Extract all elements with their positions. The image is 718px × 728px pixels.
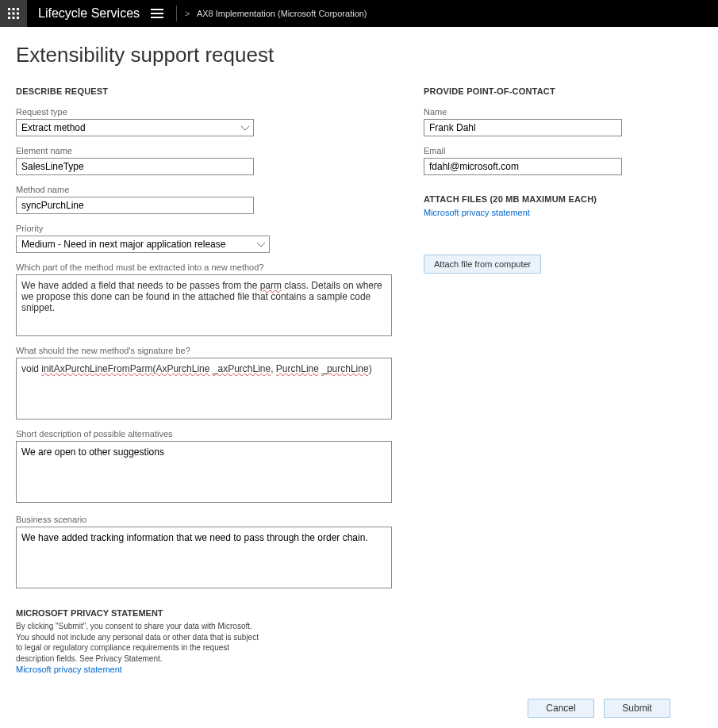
submit-button[interactable]: Submit (604, 699, 670, 718)
extract-desc-label: Which part of the method must be extract… (16, 262, 392, 272)
svg-rect-8 (17, 17, 19, 19)
request-type-label: Request type (16, 107, 392, 117)
privacy-link[interactable]: Microsoft privacy statement (16, 665, 122, 674)
signature-label: What should the new method's signature b… (16, 346, 392, 355)
svg-rect-0 (8, 8, 10, 10)
method-name-input[interactable] (16, 197, 254, 214)
alternatives-label: Short description of possible alternativ… (16, 429, 392, 439)
alternatives-textarea[interactable] (16, 441, 392, 503)
app-launcher-icon[interactable] (0, 0, 27, 27)
topbar-divider (176, 6, 177, 21)
scenario-label: Business scenario (16, 515, 392, 524)
svg-rect-4 (13, 13, 15, 15)
attach-file-button[interactable]: Attach file from computer (424, 255, 541, 274)
element-name-input[interactable] (16, 158, 254, 175)
attach-files-header: ATTACH FILES (20 MB MAXIMUM EACH) (424, 194, 622, 204)
breadcrumb-caret: > (185, 9, 194, 18)
breadcrumb: > AX8 Implementation (Microsoft Corporat… (182, 9, 367, 18)
cancel-button[interactable]: Cancel (528, 699, 594, 718)
svg-rect-7 (13, 17, 15, 19)
svg-rect-3 (8, 13, 10, 15)
breadcrumb-text[interactable]: AX8 Implementation (Microsoft Corporatio… (197, 9, 367, 18)
privacy-text: By clicking "Submit", you consent to sha… (16, 621, 262, 664)
signature-textarea[interactable]: void initAxPurchLineFromParm(AxPurchLine… (16, 358, 392, 420)
svg-rect-6 (8, 17, 10, 19)
attach-privacy-link[interactable]: Microsoft privacy statement (424, 208, 530, 217)
extract-desc-textarea[interactable]: We have added a field that needs to be p… (16, 274, 392, 336)
privacy-header: MICROSOFT PRIVACY STATEMENT (16, 608, 262, 618)
svg-rect-5 (17, 13, 19, 15)
svg-rect-2 (17, 8, 19, 10)
page-title: Extensibility support request (16, 43, 702, 67)
priority-select[interactable]: Medium - Need in next major application … (16, 236, 270, 253)
scenario-textarea[interactable] (16, 527, 392, 588)
hamburger-icon[interactable] (151, 9, 163, 18)
method-name-label: Method name (16, 185, 392, 194)
contact-email-label: Email (424, 146, 622, 155)
contact-header: PROVIDE POINT-OF-CONTACT (424, 86, 622, 96)
describe-request-header: DESCRIBE REQUEST (16, 86, 392, 96)
svg-rect-1 (13, 8, 15, 10)
contact-name-label: Name (424, 107, 622, 117)
contact-name-input[interactable] (424, 119, 622, 136)
brand-name[interactable]: Lifecycle Services (38, 6, 140, 21)
priority-label: Priority (16, 224, 392, 233)
contact-email-input[interactable] (424, 158, 622, 175)
topbar: Lifecycle Services > AX8 Implementation … (0, 0, 718, 27)
request-type-select[interactable]: Extract method (16, 119, 254, 136)
element-name-label: Element name (16, 146, 392, 155)
